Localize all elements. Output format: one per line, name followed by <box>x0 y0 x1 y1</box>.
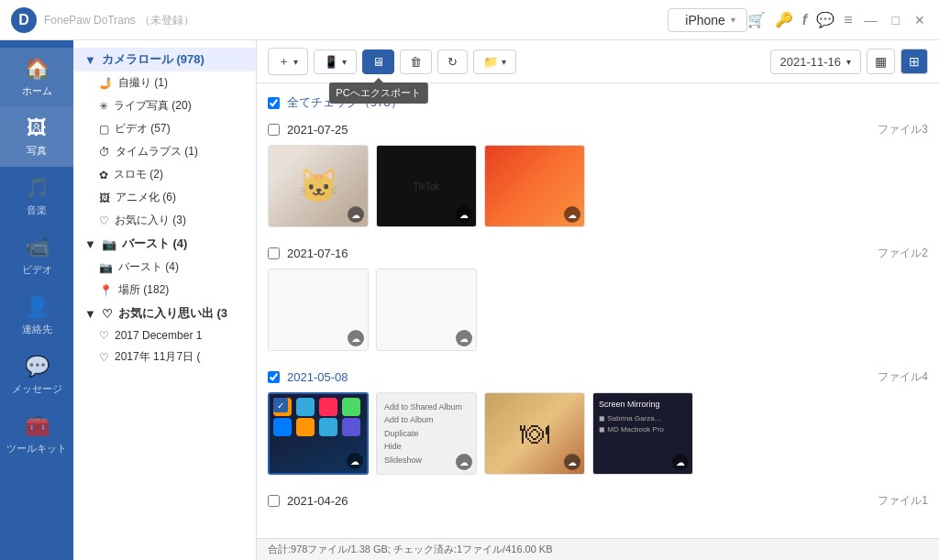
tree-label-favorites: お気に入り (3) <box>115 213 186 228</box>
view-grid-dense-button[interactable]: ▦ <box>867 49 895 74</box>
tree-item-burst-sub[interactable]: 📷 バースト (4) <box>73 256 256 279</box>
restore-button[interactable]: □ <box>889 13 902 27</box>
cloud-icon-t4: ☁ <box>348 330 364 346</box>
sidebar-item-music[interactable]: 🎵 音楽 <box>0 167 73 226</box>
tree-item-slowmo[interactable]: ✿ スロモ (2) <box>73 163 256 186</box>
thumb-t7[interactable]: Add to Shared Album Add to Album Duplica… <box>376 392 477 475</box>
sidebar-item-messages[interactable]: 💬 メッセージ <box>0 346 73 405</box>
facebook-icon[interactable]: f <box>802 12 807 28</box>
tree-item-places[interactable]: 📍 場所 (182) <box>73 279 256 302</box>
nav-label-video: ビデオ <box>22 263 52 277</box>
section-header-2021-04-26: 2021-04-26 ファイル1 <box>268 489 928 512</box>
to-device-icon: 📱 <box>324 55 338 69</box>
gallery-section-2021-07-25: 2021-07-25 ファイル3 🐱 ☁ TikTok ☁ <box>268 118 928 231</box>
favorites-icon: ♡ <box>99 214 109 227</box>
tree-item-fav-memories[interactable]: ▼ ♡ お気に入り思い出 (3 <box>73 302 256 325</box>
export-pc-container: 🖥 PCへエクスポート <box>362 49 394 74</box>
places-icon: 📍 <box>99 284 113 297</box>
tree-item-selfie[interactable]: 🤳 自撮り (1) <box>73 71 256 94</box>
add-button[interactable]: ＋ ▾ <box>268 48 308 75</box>
refresh-button[interactable]: ↻ <box>437 49 468 74</box>
key-icon[interactable]: 🔑 <box>775 11 793 28</box>
check-icon-t6: ✓ <box>273 398 288 412</box>
delete-button[interactable]: 🗑 <box>400 49 432 74</box>
selfie-icon: 🤳 <box>99 77 113 90</box>
gallery: 全てチェック（978） 2021-07-25 ファイル3 🐱 ☁ <box>257 83 939 538</box>
thumb-t1[interactable]: 🐱 ☁ <box>268 145 369 227</box>
cart-icon[interactable]: 🛒 <box>747 11 766 28</box>
tree-item-timelapse[interactable]: ⏱ タイムラプス (1) <box>73 140 256 163</box>
tree-item-burst[interactable]: ▼ 📷 バースト (4) <box>73 232 256 256</box>
thumb-t6[interactable]: ✓ ☁ <box>268 392 369 475</box>
cloud-icon-t1: ☁ <box>348 206 364 223</box>
section-files-2021-04-26: ファイル1 <box>878 493 928 509</box>
chat-icon[interactable]: 💬 <box>816 11 834 28</box>
nav-label-music: 音楽 <box>27 203 47 217</box>
arrow-icon: ▼ <box>84 53 96 67</box>
tree-item-camera-roll[interactable]: ▼ カメラロール (978) <box>73 48 256 71</box>
tree-item-anime[interactable]: 🖼 アニメ化 (6) <box>73 186 256 209</box>
folder-button[interactable]: 📁 ▾ <box>473 49 516 74</box>
add-chevron: ▾ <box>293 57 298 67</box>
cloud-icon-t8: ☁ <box>564 454 580 470</box>
export-pc-button[interactable]: 🖥 <box>362 49 394 74</box>
export-pc-icon: 🖥 <box>372 55 384 69</box>
minimize-button[interactable]: — <box>862 13 880 27</box>
date-picker[interactable]: 2021-11-16 ▾ <box>770 49 862 74</box>
sidebar-item-contacts[interactable]: 👤 連絡先 <box>0 286 73 346</box>
view-grid-button[interactable]: ⊞ <box>900 49 928 74</box>
toolbar: ＋ ▾ 📱 ▾ 🖥 PCへエクスポート 🗑 ↻ 📁 ▾ <box>257 40 939 83</box>
tree-label-anime: アニメ化 (6) <box>116 190 176 205</box>
tree-item-live[interactable]: ✳ ライブ写真 (20) <box>73 94 256 117</box>
video-icon: 📹 <box>25 236 50 259</box>
thumb-t4[interactable]: ☁ <box>268 269 369 351</box>
section-check-2021-04-26[interactable] <box>268 495 280 507</box>
check-all-checkbox[interactable] <box>268 97 280 109</box>
tree-label-burst: バースト (4) <box>122 236 188 252</box>
section-header-2021-07-16: 2021-07-16 ファイル2 <box>268 242 928 265</box>
toolkit-icon: 🧰 <box>25 414 50 438</box>
sidebar-item-home[interactable]: 🏠 ホーム <box>0 48 73 107</box>
thumb-t2[interactable]: TikTok ☁ <box>376 145 477 227</box>
contacts-icon: 👤 <box>25 295 50 319</box>
mem-2017nov-icon: ♡ <box>99 351 109 364</box>
sidebar-item-photos[interactable]: 🖼 写真 <box>0 107 73 167</box>
section-check-2021-05-08[interactable] <box>268 371 280 383</box>
device-name: iPhone <box>685 13 725 27</box>
refresh-icon: ↻ <box>447 55 458 69</box>
sidebar-item-video[interactable]: 📹 ビデオ <box>0 226 73 286</box>
tree-label-live: ライブ写真 (20) <box>114 98 192 114</box>
add-icon: ＋ <box>278 53 290 70</box>
thumb-t5[interactable]: ☁ <box>376 269 477 351</box>
section-check-2021-07-16[interactable] <box>268 247 280 259</box>
thumb-t8[interactable]: 🍽 ☁ <box>484 392 585 475</box>
fav-memories-icon: ♡ <box>102 307 113 321</box>
tree-item-favorites[interactable]: ♡ お気に入り (3) <box>73 209 256 232</box>
sidebar-item-toolkit[interactable]: 🧰 ツールキット <box>0 405 73 465</box>
thumb-t3[interactable]: ☁ <box>484 145 585 227</box>
nav-sidebar: 🏠 ホーム 🖼 写真 🎵 音楽 📹 ビデオ 👤 連絡先 💬 メッセージ 🧰 ツー… <box>0 40 73 560</box>
statusbar: 合計:978ファイル/1.38 GB; チェック済み:1ファイル/416.00 … <box>257 538 939 560</box>
tree-item-video[interactable]: ▢ ビデオ (57) <box>73 117 256 140</box>
home-icon: 🏠 <box>25 57 50 81</box>
burst-arrow-icon: ▼ <box>84 237 96 251</box>
nav-label-contacts: 連絡先 <box>22 323 52 336</box>
to-device-button[interactable]: 📱 ▾ <box>314 49 357 74</box>
nav-label-home: ホーム <box>22 84 52 98</box>
mem-2017dec-icon: ♡ <box>99 329 109 342</box>
menu-icon[interactable]: ≡ <box>844 12 852 28</box>
nav-label-messages: メッセージ <box>12 382 62 396</box>
live-icon: ✳ <box>99 100 108 113</box>
gallery-section-2021-04-26: 2021-04-26 ファイル1 <box>268 489 928 512</box>
tree-item-mem-2017nov[interactable]: ♡ 2017年 11月7日 ( <box>73 346 256 368</box>
device-selector[interactable]: iPhone ▾ <box>668 8 747 32</box>
close-button[interactable]: ✕ <box>911 13 928 27</box>
chevron-down-icon: ▾ <box>731 15 735 25</box>
section-header-2021-07-25: 2021-07-25 ファイル3 <box>268 118 928 141</box>
section-date-2021-07-25: 2021-07-25 <box>287 123 348 137</box>
section-check-2021-07-25[interactable] <box>268 124 280 136</box>
tree-item-mem-2017dec[interactable]: ♡ 2017 December 1 <box>73 325 256 346</box>
thumb-t9[interactable]: Screen Mirroring ◼ Sabrina Garza... ◼ MD… <box>592 392 693 475</box>
cloud-icon-t7: ☁ <box>456 454 472 470</box>
nav-label-photos: 写真 <box>27 144 47 158</box>
